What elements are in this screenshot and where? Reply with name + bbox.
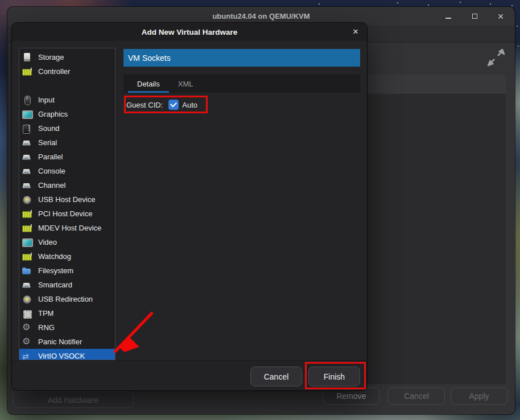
- sidebar-item-console[interactable]: Console: [19, 164, 115, 178]
- sidebar-item-video[interactable]: Video: [19, 235, 115, 249]
- close-icon[interactable]: [494, 10, 507, 23]
- tab-xml[interactable]: XML: [169, 75, 203, 93]
- sidebar-item-label: Panic Notifier: [38, 337, 82, 346]
- sidebar-item-pci-host-device[interactable]: PCI Host Device: [19, 207, 115, 221]
- storage-icon: [22, 53, 31, 62]
- cancel-button-dialog[interactable]: Cancel: [250, 367, 302, 386]
- vm-sockets-panel: VM Sockets Details XML Guest CID: Auto: [123, 49, 360, 360]
- sidebar-item-storage[interactable]: Storage: [19, 50, 115, 64]
- window-title: ubuntu24.04 on QEMU/KVM: [7, 12, 515, 20]
- smartcard-icon: [22, 281, 31, 290]
- graphics-icon: [22, 110, 31, 119]
- sidebar-item-sound[interactable]: Sound: [19, 121, 115, 135]
- sidebar-item-label: Channel: [38, 181, 65, 190]
- guest-cid-row: Guest CID: Auto: [126, 97, 360, 112]
- desktop-background: ubuntu24.04 on QEMU/KVM Add Hardware Rem…: [0, 0, 520, 420]
- dialog-titlebar[interactable]: Add New Virtual Hardware: [12, 23, 367, 41]
- star-dot: [397, 2, 398, 3]
- controller-icon: [22, 67, 31, 76]
- sidebar-item-tpm[interactable]: TPM: [19, 306, 115, 320]
- panel-tabbar: Details XML: [123, 75, 360, 93]
- sidebar-item-input[interactable]: Input: [19, 93, 115, 107]
- console-icon: [22, 167, 31, 176]
- star-dot: [460, 2, 461, 3]
- virtio-vsock-icon: [22, 352, 31, 361]
- channel-icon: [22, 181, 31, 190]
- sidebar-item-label: Parallel: [38, 153, 63, 161]
- sidebar-item-parallel[interactable]: Parallel: [19, 150, 115, 164]
- tab-details[interactable]: Details: [128, 75, 169, 93]
- sidebar-item-serial[interactable]: Serial: [19, 135, 115, 150]
- mdev-host-device-icon: [22, 224, 31, 233]
- sidebar-item-label: VirtIO VSOCK: [38, 352, 85, 360]
- rng-icon: [22, 323, 31, 332]
- sound-icon: [22, 124, 31, 133]
- dialog-title: Add New Virtual Hardware: [12, 28, 367, 36]
- dialog-close-icon[interactable]: [349, 25, 362, 39]
- details-tab-content: Guest CID: Auto: [123, 93, 360, 112]
- usb-host-device-icon: [22, 195, 31, 204]
- add-hardware-dialog: Add New Virtual Hardware StorageControll…: [12, 23, 367, 390]
- dialog-action-bar: Cancel Finish: [12, 360, 367, 390]
- star-dot: [490, 3, 491, 5]
- sidebar-item-label: Console: [38, 167, 65, 175]
- pci-host-device-icon: [22, 209, 31, 219]
- apply-button[interactable]: Apply: [451, 388, 507, 405]
- sidebar-item-label: Controller: [38, 67, 70, 76]
- auto-checkbox-label: Auto: [182, 101, 197, 109]
- finish-button[interactable]: Finish: [308, 367, 360, 386]
- sidebar-item-label: Serial: [38, 138, 57, 147]
- sidebar-spacer: [19, 79, 115, 93]
- sidebar-item-label: Video: [38, 238, 57, 246]
- star-dot: [428, 5, 429, 6]
- sidebar-item-label: Watchdog: [38, 252, 71, 261]
- sidebar-item-label: RNG: [38, 323, 55, 332]
- sidebar-item-usb-host-device[interactable]: USB Host Device: [19, 192, 115, 207]
- sidebar-item-rng[interactable]: RNG: [19, 320, 115, 335]
- star-dot: [319, 3, 320, 5]
- panel-header: VM Sockets: [123, 49, 360, 67]
- guest-cid-label: Guest CID:: [126, 101, 163, 109]
- minimize-icon[interactable]: [442, 10, 455, 23]
- fullscreen-expand-icon[interactable]: [488, 49, 505, 66]
- star-dot: [511, 5, 513, 6]
- sidebar-item-label: Storage: [38, 53, 64, 61]
- parallel-icon: [22, 153, 31, 162]
- sidebar-item-label: USB Host Device: [38, 195, 95, 204]
- sidebar-item-label: MDEV Host Device: [38, 224, 101, 232]
- serial-icon: [22, 138, 31, 147]
- sidebar-item-label: Graphics: [38, 110, 68, 118]
- input-icon: [22, 96, 31, 105]
- sidebar-item-smartcard[interactable]: Smartcard: [19, 278, 115, 292]
- sidebar-item-graphics[interactable]: Graphics: [19, 107, 115, 121]
- add-hardware-button[interactable]: Add Hardware: [13, 392, 133, 408]
- window-controls: [442, 7, 507, 26]
- watchdog-icon: [22, 252, 31, 261]
- sidebar-item-usb-redirection[interactable]: USB Redirection: [19, 292, 115, 306]
- sidebar-item-filesystem[interactable]: Filesystem: [19, 263, 115, 278]
- filesystem-icon: [22, 266, 31, 275]
- star-dot: [518, 46, 519, 47]
- sidebar-item-label: PCI Host Device: [38, 209, 92, 218]
- cancel-button-main[interactable]: Cancel: [388, 388, 445, 405]
- panic-notifier-icon: [22, 337, 31, 347]
- sidebar-item-label: Smartcard: [38, 281, 72, 289]
- sidebar-item-controller[interactable]: Controller: [19, 64, 115, 79]
- sidebar-item-label: Input: [38, 96, 55, 104]
- sidebar-item-label: TPM: [38, 309, 53, 318]
- sidebar-item-label: Sound: [38, 124, 60, 133]
- sidebar-item-virtio-vsock[interactable]: VirtIO VSOCK: [19, 349, 115, 360]
- spacer-icon: [22, 81, 31, 90]
- sidebar-item-label: Filesystem: [38, 266, 73, 275]
- sidebar-item-label: USB Redirection: [38, 295, 93, 303]
- video-icon: [22, 238, 31, 247]
- sidebar-item-channel[interactable]: Channel: [19, 178, 115, 192]
- sidebar-item-mdev-host-device[interactable]: MDEV Host Device: [19, 221, 115, 235]
- auto-checkbox[interactable]: [168, 100, 179, 110]
- tpm-icon: [22, 309, 31, 318]
- maximize-icon[interactable]: [468, 10, 481, 23]
- hardware-type-list: StorageControllerInputGraphicsSoundSeria…: [19, 48, 115, 360]
- sidebar-item-watchdog[interactable]: Watchdog: [19, 249, 115, 263]
- sidebar-item-panic-notifier[interactable]: Panic Notifier: [19, 335, 115, 349]
- usb-redirection-icon: [22, 295, 31, 304]
